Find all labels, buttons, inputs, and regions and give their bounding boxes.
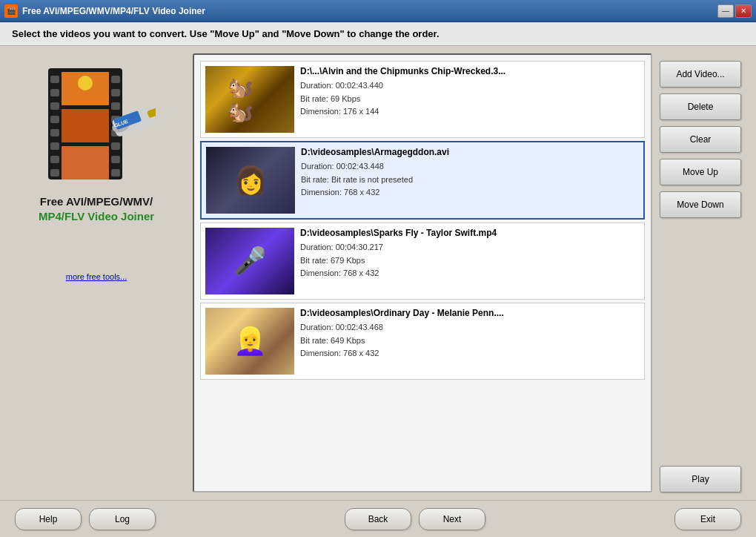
svg-point-20 (78, 76, 93, 90)
bottom-right: Exit (674, 508, 741, 530)
video-info-1: D:\...\Alvin and the Chipmunks Chip-Wrec… (300, 66, 640, 119)
video-meta-2: Duration: 00:02:43.448 Bit rate: Bit rat… (301, 160, 639, 200)
video-item-2[interactable]: D:\videosamples\Armagegddon.avi Duration… (200, 141, 645, 220)
video-meta-1: Duration: 00:02:43.440 Bit rate: 69 Kbps… (300, 79, 640, 119)
film-logo: GLUE (37, 61, 156, 194)
app-icon: 🎬 (4, 4, 18, 18)
bottom-left: Help Log (15, 508, 156, 530)
instruction-bar: Select the videos you want to convert. U… (0, 22, 756, 46)
main-container: Select the videos you want to convert. U… (0, 22, 756, 537)
help-button[interactable]: Help (15, 508, 82, 530)
svg-rect-5 (50, 129, 59, 136)
video-thumbnail-1 (205, 66, 294, 133)
delete-button[interactable]: Delete (660, 93, 741, 120)
video-item-3[interactable]: D:\videosamples\Sparks Fly - Taylor Swif… (200, 223, 645, 300)
video-title-3: D:\videosamples\Sparks Fly - Taylor Swif… (300, 228, 640, 238)
log-button[interactable]: Log (89, 508, 156, 530)
video-thumbnail-3 (205, 228, 294, 294)
video-title-2: D:\videosamples\Armagegddon.avi (301, 147, 639, 157)
next-button[interactable]: Next (419, 508, 485, 530)
svg-rect-15 (111, 156, 120, 163)
svg-rect-8 (50, 169, 59, 177)
svg-rect-4 (50, 116, 59, 123)
app-title: Free AVI/MPEG/WMV/ MP4/FLV Video Joiner (39, 194, 154, 223)
bottom-bar: Help Log Back Next Exit (0, 500, 756, 537)
instruction-text: Select the videos you want to convert. U… (12, 28, 440, 39)
title-bar: 🎬 Free AVI/MPEG/WMV/MP4/FLV Video Joiner… (0, 0, 756, 22)
right-panel: Add Video... Delete Clear Move Up Move D… (660, 53, 749, 492)
video-list[interactable]: D:\...\Alvin and the Chipmunks Chip-Wrec… (193, 53, 652, 492)
play-button[interactable]: Play (660, 466, 741, 492)
svg-rect-7 (50, 156, 59, 163)
svg-rect-18 (62, 109, 109, 142)
video-thumbnail-4 (205, 308, 294, 375)
video-info-2: D:\videosamples\Armagegddon.avi Duration… (301, 147, 639, 200)
back-button[interactable]: Back (345, 508, 411, 530)
svg-rect-10 (111, 89, 120, 96)
left-panel: GLUE Free AVI/MPEG/WMV/ MP4/FLV Video Jo… (7, 53, 185, 492)
window-controls: — ✕ (717, 4, 752, 18)
title-bar-left: 🎬 Free AVI/MPEG/WMV/MP4/FLV Video Joiner (4, 4, 205, 18)
svg-rect-14 (111, 142, 120, 150)
video-title-1: D:\...\Alvin and the Chipmunks Chip-Wrec… (300, 66, 640, 76)
video-meta-3: Duration: 00:04:30.217 Bit rate: 679 Kbp… (300, 241, 640, 280)
svg-rect-9 (111, 76, 120, 83)
bottom-center: Back Next (345, 508, 485, 530)
video-info-3: D:\videosamples\Sparks Fly - Taylor Swif… (300, 228, 640, 280)
svg-rect-3 (50, 102, 59, 110)
clear-button[interactable]: Clear (660, 126, 741, 153)
more-tools-link[interactable]: more free tools... (66, 272, 127, 281)
add-video-button[interactable]: Add Video... (660, 61, 741, 88)
video-title-4: D:\videosamples\Ordinary Day - Melanie P… (300, 308, 640, 318)
video-thumbnail-2 (206, 147, 295, 214)
video-meta-4: Duration: 00:02:43.468 Bit rate: 649 Kbp… (300, 321, 640, 360)
svg-rect-6 (50, 142, 59, 150)
svg-rect-2 (50, 89, 59, 96)
move-up-button[interactable]: Move Up (660, 159, 741, 185)
exit-button[interactable]: Exit (674, 508, 741, 530)
svg-rect-11 (111, 102, 120, 110)
window-title: Free AVI/MPEG/WMV/MP4/FLV Video Joiner (22, 6, 205, 16)
svg-rect-1 (50, 76, 59, 83)
video-item-4[interactable]: D:\videosamples\Ordinary Day - Melanie P… (200, 303, 645, 380)
video-item-1[interactable]: D:\...\Alvin and the Chipmunks Chip-Wrec… (200, 61, 645, 138)
svg-rect-16 (111, 169, 120, 177)
close-button[interactable]: ✕ (735, 4, 752, 18)
move-down-button[interactable]: Move Down (660, 191, 741, 218)
content-area: GLUE Free AVI/MPEG/WMV/ MP4/FLV Video Jo… (0, 46, 756, 500)
svg-rect-19 (62, 146, 109, 179)
minimize-button[interactable]: — (717, 4, 734, 18)
video-info-4: D:\videosamples\Ordinary Day - Melanie P… (300, 308, 640, 360)
